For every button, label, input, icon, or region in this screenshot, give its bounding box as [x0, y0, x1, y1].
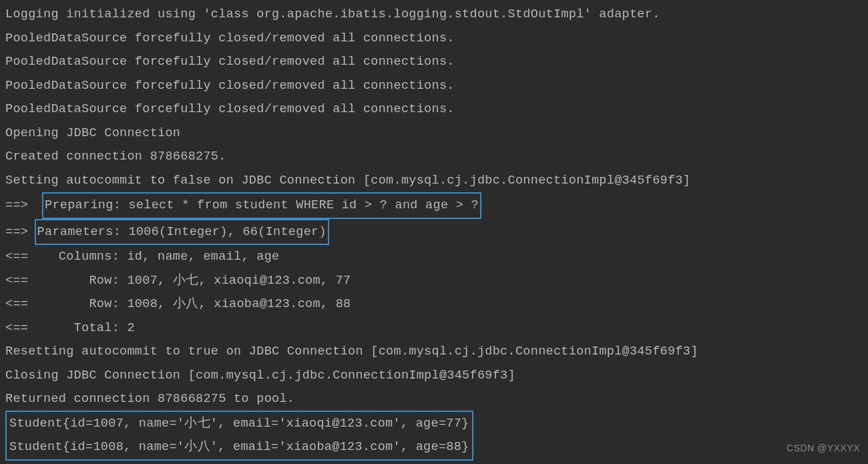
console-output: Logging initialized using 'class org.apa…	[5, 3, 863, 461]
log-line: PooledDataSource forcefully closed/remov…	[5, 50, 863, 74]
student-results-highlight: Student{id=1007, name='小七', email='xiaoq…	[5, 411, 473, 461]
log-line: PooledDataSource forcefully closed/remov…	[5, 27, 863, 51]
log-line: Returned connection 878668275 to pool.	[5, 387, 863, 411]
log-line: Setting autocommit to false on JDBC Conn…	[5, 169, 863, 193]
log-line: <== Total: 2	[5, 316, 863, 340]
log-line: <== Row: 1008, 小八, xiaoba@123.com, 88	[5, 292, 863, 316]
log-line: PooledDataSource forcefully closed/remov…	[5, 74, 863, 98]
log-line: Logging initialized using 'class org.apa…	[5, 3, 863, 27]
log-line: Resetting autocommit to true on JDBC Con…	[5, 340, 863, 364]
arrow-prefix: ==>	[5, 225, 36, 239]
log-line-preparing: ==> Preparing: select * from student WHE…	[5, 192, 863, 219]
log-line: Opening JDBC Connection	[5, 122, 863, 146]
arrow-prefix: ==>	[5, 198, 43, 212]
student-result-row: Student{id=1008, name='小八', email='xiaob…	[9, 435, 469, 459]
log-line: Created connection 878668275.	[5, 145, 863, 169]
log-line-parameters: ==> Parameters: 1006(Integer), 66(Intege…	[5, 219, 863, 246]
log-line: PooledDataSource forcefully closed/remov…	[5, 97, 863, 122]
log-line: Closing JDBC Connection [com.mysql.cj.jd…	[5, 364, 863, 388]
log-line: <== Row: 1007, 小七, xiaoqi@123.com, 77	[5, 269, 863, 293]
log-line: <== Columns: id, name, email, age	[5, 245, 863, 269]
sql-parameters-highlight: Parameters: 1006(Integer), 66(Integer)	[35, 219, 329, 246]
sql-preparing-highlight: Preparing: select * from student WHERE i…	[42, 192, 481, 219]
student-result-row: Student{id=1007, name='小七', email='xiaoq…	[9, 412, 469, 436]
watermark: CSDN @YXXYX	[787, 437, 860, 461]
